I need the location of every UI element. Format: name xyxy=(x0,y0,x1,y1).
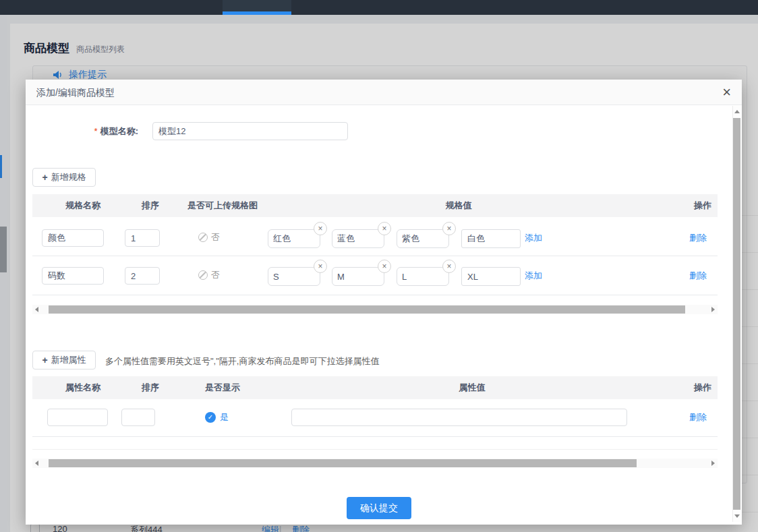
dialog-vertical-scrollbar[interactable] xyxy=(732,106,740,522)
new-spec-value-input[interactable] xyxy=(461,229,521,248)
attr-table-header: 属性名称 排序 是否显示 属性值 操作 xyxy=(32,376,718,399)
topbar-active-tab[interactable] xyxy=(223,0,291,15)
attr-value-input[interactable] xyxy=(291,409,627,426)
delete-spec-link[interactable]: 删除 xyxy=(689,270,707,282)
prohibit-icon xyxy=(198,233,208,242)
spec-value-chip: × xyxy=(397,229,449,248)
add-spec-label: 新增规格 xyxy=(51,171,86,183)
new-spec-value-input[interactable] xyxy=(461,267,521,286)
plus-icon: + xyxy=(42,172,47,183)
close-icon[interactable]: × xyxy=(722,82,731,102)
check-icon: ✓ xyxy=(205,412,216,423)
remove-value-icon[interactable]: × xyxy=(442,222,456,235)
remove-value-icon[interactable]: × xyxy=(442,260,456,273)
horizontal-scrollbar-thumb[interactable] xyxy=(49,305,685,314)
spec-horizontal-scrollbar[interactable] xyxy=(32,305,718,314)
spec-header-sort: 排序 xyxy=(130,194,171,217)
add-value-link[interactable]: 添加 xyxy=(525,232,542,244)
spec-row: 否 × × × 添加 删除 xyxy=(32,217,718,256)
edit-model-dialog: 添加/编辑商品模型 × *模型名称: + 新增规格 规格名称 排序 是否可上传规… xyxy=(26,80,742,525)
spec-name-input[interactable] xyxy=(42,267,104,285)
spec-value-chip: × xyxy=(397,267,449,286)
spec-sort-input[interactable] xyxy=(125,267,160,285)
spec-name-input[interactable] xyxy=(42,229,104,247)
remove-value-icon[interactable]: × xyxy=(378,222,391,235)
scroll-up-arrow-icon[interactable] xyxy=(734,110,740,113)
horizontal-scrollbar-thumb[interactable] xyxy=(49,459,637,467)
attr-header-name: 属性名称 xyxy=(53,376,113,399)
scroll-left-arrow-icon[interactable] xyxy=(35,461,38,466)
attr-sort-input[interactable] xyxy=(121,409,155,426)
remove-value-icon[interactable]: × xyxy=(378,260,391,273)
attr-header-show: 是否显示 xyxy=(178,376,267,399)
show-flag[interactable]: ✓ 是 xyxy=(205,411,229,423)
uploadable-label: 否 xyxy=(211,269,220,281)
confirm-submit-button[interactable]: 确认提交 xyxy=(347,497,411,519)
spec-sort-input[interactable] xyxy=(125,229,160,247)
delete-attr-link[interactable]: 删除 xyxy=(689,411,707,423)
spec-value-chip: × xyxy=(332,267,384,286)
spec-row: 否 × × × 添加 删除 xyxy=(32,256,718,295)
active-tab-underline xyxy=(223,11,291,15)
spec-value-input[interactable] xyxy=(397,229,449,248)
spec-value-input[interactable] xyxy=(268,229,320,248)
uploadable-flag: 否 xyxy=(198,231,220,243)
remove-value-icon[interactable]: × xyxy=(314,222,327,235)
delete-spec-link[interactable]: 删除 xyxy=(689,232,707,244)
dialog-header: 添加/编辑商品模型 × xyxy=(26,80,742,105)
attr-header-actions: 操作 xyxy=(676,376,730,399)
attr-hint-text: 多个属性值需要用英文逗号","隔开,商家发布商品是即可下拉选择属性值 xyxy=(105,355,379,367)
scroll-right-arrow-icon[interactable] xyxy=(711,461,715,466)
spec-header-uploadable: 是否可上传规格图 xyxy=(178,194,267,217)
prohibit-icon xyxy=(198,270,208,280)
model-name-input[interactable] xyxy=(152,122,348,140)
spec-header-values: 规格值 xyxy=(418,194,499,217)
spec-header-actions: 操作 xyxy=(676,194,730,217)
scroll-down-arrow-icon[interactable] xyxy=(734,514,740,518)
add-spec-button[interactable]: + 新增规格 xyxy=(32,168,96,187)
dialog-title: 添加/编辑商品模型 xyxy=(36,80,115,105)
scroll-right-arrow-icon[interactable] xyxy=(711,307,715,312)
spec-value-chip: × xyxy=(268,267,320,286)
spec-value-chip: × xyxy=(332,229,384,248)
attr-header-sort: 排序 xyxy=(130,376,171,399)
section-divider xyxy=(32,449,718,450)
show-label: 是 xyxy=(220,411,229,423)
screen: 商品模型 商品模型列表 操作提示 120 系列444 编辑 | 删除 添加/编辑… xyxy=(0,0,758,532)
attr-row: ✓ 是 删除 xyxy=(32,399,718,437)
add-value-link[interactable]: 添加 xyxy=(525,270,542,282)
remove-value-icon[interactable]: × xyxy=(314,260,327,273)
attr-horizontal-scrollbar[interactable] xyxy=(32,459,718,468)
scroll-left-arrow-icon[interactable] xyxy=(35,307,38,312)
uploadable-label: 否 xyxy=(211,231,220,243)
vertical-scrollbar-thumb[interactable] xyxy=(733,118,740,510)
spec-table-header: 规格名称 排序 是否可上传规格图 规格值 操作 xyxy=(32,194,718,217)
attr-header-value: 属性值 xyxy=(432,376,513,399)
model-name-label: 模型名称: xyxy=(100,126,138,136)
spec-value-chip: × xyxy=(268,229,320,248)
spec-value-input[interactable] xyxy=(397,267,449,286)
attr-hint-wrap: 多个属性值需要用英文逗号","隔开,商家发布商品是即可下拉选择属性值 xyxy=(26,351,711,370)
required-mark: * xyxy=(94,126,98,136)
uploadable-flag: 否 xyxy=(198,269,220,281)
spec-value-input[interactable] xyxy=(332,229,384,248)
spec-value-input[interactable] xyxy=(268,267,320,286)
spec-value-input[interactable] xyxy=(332,267,384,286)
model-name-label-wrap: *模型名称: xyxy=(26,123,138,140)
top-navbar xyxy=(0,0,758,15)
attr-name-input[interactable] xyxy=(47,409,108,426)
spec-header-name: 规格名称 xyxy=(53,194,113,217)
